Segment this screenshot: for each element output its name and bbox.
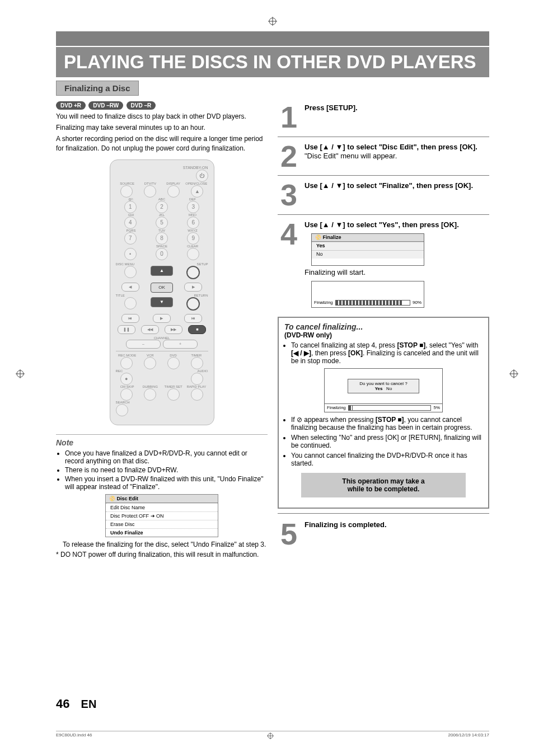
intro-paragraph: You will need to finalize discs to play … bbox=[56, 112, 268, 121]
keypad-label: @!: bbox=[116, 198, 147, 201]
channel-up: + bbox=[163, 340, 198, 349]
keypad-label: TUV bbox=[147, 229, 177, 232]
dot-button: • bbox=[124, 248, 137, 260]
right-arrow-button: ▶ bbox=[184, 283, 202, 292]
timer-set-button-icon bbox=[167, 388, 180, 401]
step-text: Use [▲ / ▼] to select "Finalize", then p… bbox=[305, 181, 473, 190]
rec-mode-button-icon bbox=[120, 357, 133, 369]
search-button-icon bbox=[116, 404, 128, 416]
search-label: SEARCH bbox=[116, 401, 208, 404]
standby-label: STANDBY-ON bbox=[116, 166, 208, 170]
print-footer: E9C80UD.indd 46 2006/12/19 14:03:17 bbox=[56, 731, 489, 740]
audio-label: AUDIO bbox=[197, 369, 208, 373]
keypad-label: MNO bbox=[177, 213, 208, 217]
menu-item: Edit Disc Name bbox=[106, 503, 218, 511]
left-arrow-button: ◀ bbox=[121, 283, 139, 292]
step-number: 4 bbox=[280, 217, 297, 251]
return-label: RETURN bbox=[194, 294, 208, 297]
num-0-button: 0 bbox=[156, 248, 168, 260]
disc-menu-label: DISC MENU bbox=[116, 262, 135, 266]
section-heading: Finalizing a Disc bbox=[56, 81, 139, 96]
cancel-item: If ⊘ appears when pressing [STOP ■], you… bbox=[291, 416, 483, 431]
channel-down: – bbox=[126, 340, 161, 349]
title-button-icon bbox=[124, 297, 137, 309]
ff-button-icon: ▶▶ bbox=[165, 325, 182, 334]
step-2: 2 Use [▲ / ▼] to select "Disc Edit", the… bbox=[278, 140, 489, 176]
note-item: Once you have finalized a DVD+R/DVD-R, y… bbox=[65, 449, 268, 465]
registration-mark-left bbox=[16, 369, 25, 378]
audio-button-icon bbox=[191, 373, 203, 385]
indd-ref: E9C80UD.indd 46 bbox=[56, 732, 92, 740]
setup-button-icon bbox=[186, 266, 200, 279]
num-7-button: 7 bbox=[124, 232, 137, 245]
finalize-menu-title: Finalize bbox=[323, 234, 341, 240]
rapid-play-label: RAPID PLAY bbox=[185, 385, 208, 388]
up-arrow-button: ▲ bbox=[151, 266, 173, 276]
dtv-tv-label: DTV/TV bbox=[139, 182, 162, 185]
stop-button-icon: ■ bbox=[188, 325, 206, 334]
disc-menu-button-icon bbox=[124, 266, 137, 278]
num-4-button: 4 bbox=[124, 217, 137, 229]
open-close-button-icon: ▲ bbox=[191, 185, 203, 198]
standby-button-icon: ⏻ bbox=[196, 170, 208, 182]
disc-badge: DVD –R bbox=[127, 101, 156, 110]
progress-percent: 5% bbox=[433, 405, 440, 410]
cancel-box: To cancel finalizing... (DVD-RW only) To… bbox=[278, 317, 489, 509]
step-subtext: "Disc Edit" menu will appear. bbox=[305, 152, 397, 160]
note-asterisk: * DO NOT power off during finalization, … bbox=[56, 551, 268, 558]
disc-edit-menu: 📀 Disc Edit Edit Disc Name Disc Protect … bbox=[105, 494, 218, 537]
keypad-label: SPACE bbox=[147, 245, 177, 248]
progress-fill bbox=[336, 300, 402, 305]
registration-mark-right bbox=[509, 369, 518, 378]
page-footer: 46 EN bbox=[56, 697, 96, 711]
progress-fill bbox=[349, 406, 353, 410]
cancel-item: When selecting "No" and press [OK] or [R… bbox=[291, 434, 483, 449]
step-4: 4 Use [▲ / ▼] to select "Yes", then pres… bbox=[278, 218, 489, 313]
timer-label: TIMER bbox=[185, 354, 208, 357]
finalize-no: No bbox=[312, 250, 424, 259]
cancel-sub: (DVD-RW only) bbox=[284, 331, 483, 339]
rew-button-icon: ◀◀ bbox=[141, 325, 159, 334]
progress-label: Finalizing bbox=[314, 300, 333, 306]
cmskip-label: CM SKIP bbox=[116, 385, 139, 388]
rec-label: REC bbox=[116, 369, 123, 373]
display-label: DISPLAY bbox=[162, 182, 185, 185]
vcr-label: VCR bbox=[139, 354, 162, 357]
intro-paragraph: A shorter recording period on the disc w… bbox=[56, 134, 268, 152]
note-item: When you insert a DVD-RW finalized with … bbox=[65, 475, 268, 491]
cancel-item: To cancel finalizing at step 4, press [S… bbox=[291, 341, 483, 365]
rapid-play-button-icon bbox=[191, 388, 203, 401]
keypad-label: CLEAR bbox=[177, 245, 208, 248]
cancel-dialog: Do you want to cancel ? Yes No Finalizin… bbox=[324, 368, 443, 412]
title-label: TITLE bbox=[116, 294, 125, 297]
keypad-label: GHI bbox=[116, 213, 147, 217]
disc-badge: DVD –RW bbox=[88, 101, 123, 110]
num-1-button: 1 bbox=[124, 201, 137, 213]
menu-item: Undo Finalize bbox=[106, 528, 218, 537]
step-number: 5 bbox=[280, 517, 297, 551]
num-8-button: 8 bbox=[156, 232, 168, 245]
ok-button: OK bbox=[151, 283, 173, 293]
num-2-button: 2 bbox=[156, 201, 168, 213]
play-button-icon: ▶ bbox=[153, 314, 171, 323]
step-number: 2 bbox=[280, 139, 297, 173]
step-5: 5 Finalizing is completed. bbox=[278, 518, 489, 553]
dubbing-label: DUBBING bbox=[139, 385, 162, 388]
page-number: 46 bbox=[56, 697, 69, 711]
open-close-label: OPEN/CLOSE bbox=[185, 182, 208, 185]
step-text: Use [▲ / ▼] to select "Disc Edit", then … bbox=[305, 143, 477, 151]
remote-illustration: STANDBY-ON ⏻ SOURCE DTV/TV DISPLAY OPEN/… bbox=[110, 159, 214, 425]
pause-button-icon: ❚❚ bbox=[118, 325, 135, 334]
menu-item: Disc Protect OFF ➔ ON bbox=[106, 511, 218, 520]
num-5-button: 5 bbox=[156, 217, 168, 229]
finalize-yes: Yes bbox=[312, 242, 424, 250]
vcr-button-icon bbox=[144, 357, 156, 369]
prev-button-icon: ⏮ bbox=[121, 314, 139, 323]
step-text: Press [SETUP]. bbox=[305, 104, 358, 112]
keypad-label: JKL bbox=[147, 213, 177, 217]
step-text: Finalizing is completed. bbox=[305, 520, 387, 529]
progress-percent: 90% bbox=[413, 300, 421, 306]
finalize-menu: 📀 Finalize Yes No bbox=[311, 233, 424, 266]
dubbing-button-icon bbox=[144, 388, 156, 401]
num-9-button: 9 bbox=[187, 232, 199, 245]
